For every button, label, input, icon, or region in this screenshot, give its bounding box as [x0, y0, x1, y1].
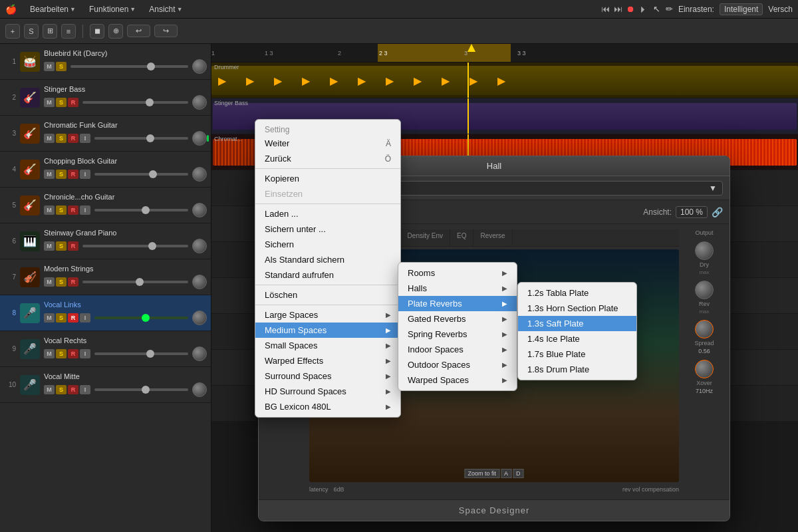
menu-ansicht[interactable]: Ansicht ▼ — [144, 3, 188, 15]
mute-button[interactable]: M — [44, 241, 55, 251]
dropdown-item-sichern-unter[interactable]: Sichern unter ... — [255, 221, 400, 237]
mute-button[interactable]: M — [44, 205, 55, 215]
input-monitor-button[interactable]: I — [80, 134, 90, 143]
dropdown-item-laden[interactable]: Laden ... — [255, 206, 400, 221]
input-monitor-button[interactable]: I — [80, 170, 90, 179]
submenu-item-plate-reverbs[interactable]: Plate Reverbs ▶ — [398, 296, 517, 311]
record-button[interactable]: R — [68, 385, 78, 394]
redo-button[interactable]: ↪ — [154, 25, 178, 37]
tab-eq[interactable]: EQ — [450, 229, 473, 246]
mute-button[interactable]: M — [44, 134, 55, 143]
dropdown-item-medium-spaces[interactable]: Medium Spaces ▶ — [255, 323, 400, 338]
input-monitor-button[interactable]: I — [80, 349, 90, 358]
submenu-item-spring-reverbs[interactable]: Spring Reverbs ▶ — [398, 327, 517, 342]
dropdown-item-warped-effects[interactable]: Warped Effects ▶ — [255, 353, 400, 368]
mute-button[interactable]: M — [44, 62, 55, 71]
track-fader[interactable] — [94, 388, 188, 391]
solo-button[interactable]: S — [56, 277, 66, 287]
track-row[interactable]: 2 🎸 Stinger Bass M S R — [0, 80, 211, 116]
submenu-item-gated-reverbs[interactable]: Gated Reverbs ▶ — [398, 311, 517, 327]
dropdown-item-als-standard[interactable]: Als Standard sichern — [255, 252, 400, 267]
dropdown-item-sichern[interactable]: Sichern — [255, 237, 400, 252]
mute-button[interactable]: M — [44, 313, 55, 323]
submenu-item-outdoor-spaces[interactable]: Outdoor Spaces ▶ — [398, 357, 517, 372]
solo-button[interactable]: S — [56, 349, 66, 358]
track-lane-drummer[interactable]: Drummer ▶ ▶ ▶ ▶ ▶ ▶ ▶ ▶ ▶ ▶ ▶ — [211, 63, 798, 98]
track-row[interactable]: 5 🎸 Chronicle...cho Guitar M S R I — [0, 188, 211, 223]
pencil-icon[interactable]: ✏ — [666, 4, 673, 14]
cursor-icon[interactable]: ↖ — [653, 4, 660, 14]
track-fader[interactable] — [94, 173, 188, 176]
record-icon[interactable]: ⏺ — [626, 4, 635, 14]
dry-knob[interactable] — [695, 241, 714, 260]
mute-button[interactable]: M — [44, 349, 55, 358]
forward-icon[interactable]: ⏭ — [614, 4, 622, 14]
dropdown-item-bg-lexicon[interactable]: BG Lexicon 480L ▶ — [255, 399, 400, 414]
track-fader[interactable] — [70, 65, 188, 68]
solo-button[interactable]: S — [56, 134, 66, 143]
plate-item-ice[interactable]: 1.4s Ice Plate — [518, 331, 636, 346]
input-monitor-button[interactable]: I — [80, 313, 90, 323]
track-row[interactable]: 4 🎸 Chopping Block Guitar M S R I — [0, 152, 211, 188]
volume-knob[interactable] — [192, 382, 207, 397]
track-fader[interactable] — [82, 281, 188, 283]
track-fader[interactable] — [94, 317, 188, 319]
solo-button[interactable]: S — [56, 170, 66, 179]
rewind-icon[interactable]: ⏮ — [601, 4, 610, 14]
solo-button[interactable]: S — [56, 385, 66, 394]
rev-knob[interactable] — [695, 281, 714, 299]
dropdown-item-loschen[interactable]: Löschen — [255, 287, 400, 303]
play-icon[interactable]: ⏵ — [639, 4, 648, 14]
track-row[interactable]: 7 🎻 Modern Strings M S R — [0, 259, 211, 295]
record-button[interactable]: R — [68, 241, 78, 251]
dropdown-item-hd-surround-spaces[interactable]: HD Surround Spaces ▶ — [255, 384, 400, 399]
apple-menu[interactable]: 🍎 — [5, 4, 17, 15]
xover-knob[interactable] — [695, 360, 714, 378]
dropdown-item-zuruck[interactable]: Zurück Ö — [255, 151, 400, 166]
volume-knob[interactable] — [192, 311, 207, 325]
media-button[interactable]: ⊞ — [43, 24, 57, 39]
solo-button[interactable]: S — [56, 241, 66, 251]
record-button[interactable]: R — [68, 205, 78, 215]
einrasten-value[interactable]: Intelligent — [720, 3, 763, 15]
track-row[interactable]: 9 🎤 Vocal Rechts M S R I — [0, 331, 211, 367]
plate-item-blue[interactable]: 1.7s Blue Plate — [518, 346, 636, 362]
tab-density-env[interactable]: Density Env — [401, 229, 450, 246]
solo-button[interactable]: S — [56, 62, 66, 71]
dropdown-item-surround-spaces[interactable]: Surround Spaces ▶ — [255, 368, 400, 384]
input-monitor-button[interactable]: I — [80, 205, 90, 215]
volume-knob[interactable] — [192, 167, 207, 182]
menu-funktionen[interactable]: Funktionen ▼ — [84, 3, 141, 15]
track-fader[interactable] — [94, 352, 188, 355]
track-fader[interactable] — [82, 245, 188, 247]
track-fader[interactable] — [82, 101, 188, 104]
tab-reverse[interactable]: Reverse — [473, 229, 512, 246]
ansicht-value[interactable]: 100 % — [676, 206, 708, 218]
solo-button[interactable]: S — [56, 98, 66, 107]
plate-item-horn[interactable]: 1.3s Horn Section Plate — [518, 301, 636, 316]
volume-knob[interactable] — [192, 95, 207, 110]
zoom-d-button[interactable]: D — [513, 469, 524, 478]
list-button[interactable]: ≡ — [61, 24, 76, 39]
volume-knob[interactable] — [192, 346, 207, 361]
track-row[interactable]: 1 🥁 Bluebird Kit (Darcy) M S — [0, 44, 211, 80]
dropdown-item-kopieren[interactable]: Kopieren — [255, 171, 400, 186]
dropdown-item-small-spaces[interactable]: Small Spaces ▶ — [255, 338, 400, 353]
volume-knob[interactable] — [192, 239, 207, 253]
plate-item-saft[interactable]: 1.3s Saft Plate — [518, 316, 636, 331]
add-track-button[interactable]: + — [5, 24, 20, 39]
plate-item-tabla[interactable]: 1.2s Tabla Plate — [518, 285, 636, 301]
input-monitor-button[interactable]: I — [80, 385, 90, 394]
solo-button[interactable]: S — [56, 205, 66, 215]
undo-button[interactable]: ↩ — [127, 25, 150, 37]
track-row[interactable]: 8 🎤 Vocal Links M S R I — [0, 295, 211, 331]
record-button[interactable]: R — [68, 349, 78, 358]
tool-1[interactable]: ◼ — [90, 24, 104, 39]
zoom-a-button[interactable]: A — [501, 469, 511, 478]
dropdown-item-weiter[interactable]: Weiter Ä — [255, 136, 400, 151]
solo-button[interactable]: S — [56, 313, 66, 323]
mute-button[interactable]: M — [44, 385, 55, 394]
timeline-ruler[interactable]: 1 1 3 2 2 3 3 3 3 — [211, 44, 798, 63]
menu-bearbeiten[interactable]: Bearbeiten ▼ — [25, 3, 81, 15]
volume-knob[interactable] — [192, 203, 207, 217]
